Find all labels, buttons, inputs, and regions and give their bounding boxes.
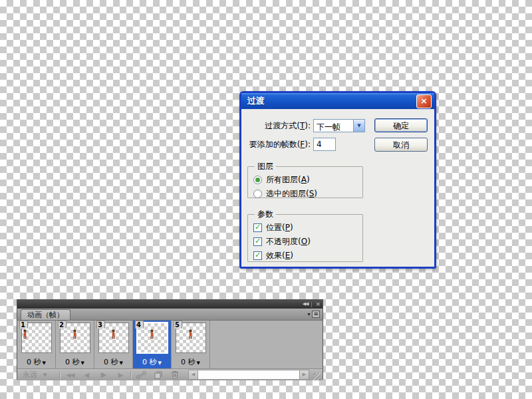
- chevron-down-icon: ▼: [197, 360, 200, 366]
- next-frame-button[interactable]: |▶: [112, 372, 128, 378]
- panel-header[interactable]: ◀◀ ×: [17, 300, 323, 309]
- tab-animation-frames[interactable]: 动画（帧）: [21, 309, 70, 320]
- checkbox-icon[interactable]: ✓: [253, 223, 262, 232]
- header-divider: [311, 302, 312, 307]
- horizontal-scrollbar[interactable]: ◀ ▶: [188, 370, 309, 380]
- radio-selected-layers[interactable]: 选中的图层(S): [253, 187, 362, 201]
- tween-mode-select[interactable]: 下一帧 ▼: [313, 119, 365, 132]
- frame-thumbnail-1[interactable]: 1 0 秒▼: [17, 321, 56, 368]
- frame-thumbnail-5[interactable]: 5 0 秒▼: [172, 321, 210, 368]
- toolbar-divider: [130, 371, 131, 379]
- play-button[interactable]: ▶: [95, 370, 112, 379]
- chevron-down-icon[interactable]: ▼: [353, 120, 364, 132]
- frame-delay-selector[interactable]: 0 秒▼: [17, 357, 55, 368]
- frame-number: 2: [58, 321, 66, 329]
- person-figure-icon: [22, 329, 28, 339]
- parameters-group-title: 参数: [255, 209, 276, 220]
- frame-thumbnail-3[interactable]: 3 0 秒▼: [94, 321, 133, 368]
- chevron-down-icon: ▼: [81, 360, 84, 366]
- panel-menu-button[interactable]: ▾ ≡: [307, 311, 320, 318]
- checkbox-opacity-label: 不透明度(O): [266, 236, 311, 247]
- previous-frame-button[interactable]: ◀|: [78, 372, 95, 378]
- chevron-down-icon: ▼: [43, 360, 46, 366]
- frame-delay-selector[interactable]: 0 秒▼: [133, 357, 171, 368]
- frames-strip: 1 0 秒▼ 2 0 秒▼ 3 0 秒▼ 4: [17, 321, 323, 369]
- frames-to-add-input[interactable]: [313, 138, 336, 151]
- chevron-down-icon: ▼: [158, 360, 162, 366]
- collapse-panel-icon[interactable]: ◀◀: [303, 300, 309, 309]
- chevron-down-icon: ▼: [43, 372, 47, 378]
- scrollbar-track[interactable]: [198, 370, 299, 380]
- cancel-button[interactable]: 取消: [374, 138, 428, 152]
- radio-icon[interactable]: [253, 176, 262, 184]
- frame-number: 3: [96, 321, 105, 329]
- radio-all-layers-label: 所有图层(A): [266, 174, 310, 186]
- frame-number: 5: [174, 321, 182, 329]
- frame-delay-selector[interactable]: 0 秒▼: [56, 357, 94, 368]
- checkbox-opacity[interactable]: ✓ 不透明度(O): [253, 235, 362, 249]
- frame-number: 4: [135, 321, 144, 329]
- toolbar-divider: [59, 371, 60, 379]
- tween-button[interactable]: [133, 371, 150, 379]
- frame-thumbnail-2[interactable]: 2 0 秒▼: [56, 321, 94, 368]
- dialog-titlebar[interactable]: 过渡 ×: [241, 93, 434, 109]
- radio-icon[interactable]: [253, 190, 262, 198]
- panel-tab-bar: 动画（帧） ▾ ≡: [17, 309, 323, 321]
- panel-toolbar: 永远 ▼ ◀◀ ◀| ▶ |▶ ◀ ▶: [17, 369, 323, 380]
- tween-mode-label: 过渡方式(T):: [241, 119, 311, 132]
- resize-grip[interactable]: [313, 373, 321, 380]
- dialog-title: 过渡: [247, 95, 265, 107]
- checkbox-position-label: 位置(P): [266, 222, 293, 233]
- person-figure-icon: [149, 329, 155, 339]
- radio-all-layers[interactable]: 所有图层(A): [253, 173, 362, 187]
- checkbox-effects[interactable]: ✓ 效果(E): [253, 249, 362, 263]
- layers-group: 图层 所有图层(A) 选中的图层(S): [247, 161, 363, 198]
- frame-thumbnail-4-selected[interactable]: 4 0 秒▼: [133, 321, 172, 368]
- parameters-group: 参数 ✓ 位置(P) ✓ 不透明度(O) ✓ 效果(E): [247, 209, 363, 262]
- person-figure-icon: [188, 329, 194, 339]
- new-frame-button[interactable]: [150, 371, 166, 379]
- radio-selected-layers-label: 选中的图层(S): [266, 188, 317, 200]
- ok-button[interactable]: 确定: [374, 118, 428, 132]
- person-figure-icon: [110, 329, 116, 339]
- loop-count-selector[interactable]: 永远 ▼: [19, 370, 57, 380]
- frame-delay-selector[interactable]: 0 秒▼: [172, 357, 209, 368]
- close-panel-icon[interactable]: ×: [315, 300, 320, 309]
- checkbox-icon[interactable]: ✓: [253, 251, 262, 260]
- first-frame-button[interactable]: ◀◀: [62, 372, 78, 378]
- scroll-left-icon[interactable]: ◀: [188, 370, 198, 380]
- person-figure-icon: [72, 329, 78, 339]
- checkbox-effects-label: 效果(E): [266, 250, 293, 261]
- tween-mode-value: 下一帧: [314, 120, 353, 132]
- chevron-down-icon: ▾: [307, 311, 310, 317]
- delete-frame-button[interactable]: [166, 370, 183, 379]
- close-icon[interactable]: ×: [416, 94, 432, 108]
- scroll-right-icon[interactable]: ▶: [299, 370, 309, 380]
- frame-number: 1: [19, 321, 28, 329]
- chevron-down-icon: ▼: [120, 360, 123, 366]
- tween-dialog: 过渡 × 过渡方式(T): 下一帧 ▼ 确定 要添加的帧数(F): 取消 图层 …: [239, 91, 436, 269]
- frames-to-add-label: 要添加的帧数(F):: [241, 138, 311, 151]
- menu-lines-icon: ≡: [312, 311, 320, 318]
- dialog-body: 过渡方式(T): 下一帧 ▼ 确定 要添加的帧数(F): 取消 图层 所有图层(…: [241, 109, 434, 267]
- checkbox-position[interactable]: ✓ 位置(P): [253, 221, 362, 235]
- animation-panel: ◀◀ × 动画（帧） ▾ ≡ 1 0 秒▼ 2 0 秒▼ 3: [17, 299, 323, 380]
- loop-count-label: 永远: [23, 370, 37, 380]
- frame-delay-selector[interactable]: 0 秒▼: [94, 357, 132, 368]
- layers-group-title: 图层: [255, 161, 276, 172]
- checkbox-icon[interactable]: ✓: [253, 237, 262, 246]
